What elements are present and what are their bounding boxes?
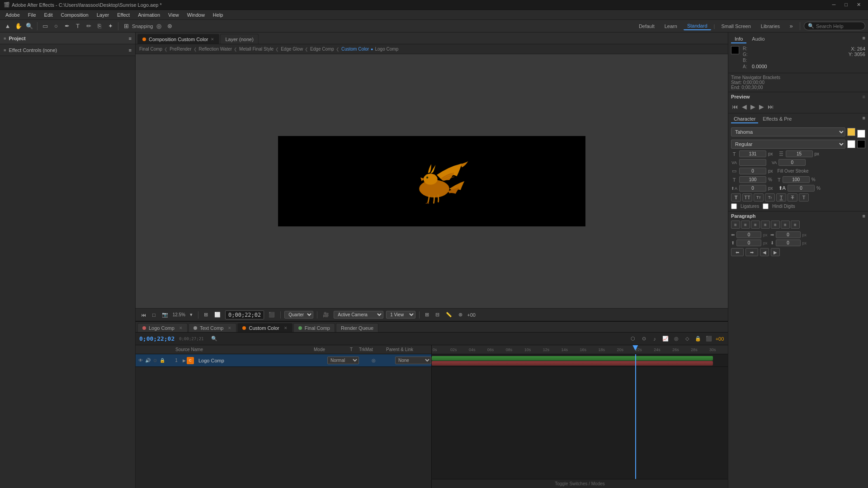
layer-mode-select[interactable]: Normal Multiply Screen Add (327, 357, 359, 364)
breadcrumb-edge-comp[interactable]: Edge Comp ❮ (310, 47, 340, 52)
menu-help[interactable]: Help (209, 11, 227, 19)
char-stroke-input[interactable] (739, 168, 766, 174)
zoom-tool[interactable]: 🔍 (24, 21, 34, 31)
workspace-libraries[interactable]: Libraries (757, 23, 783, 30)
menu-layer[interactable]: Layer (93, 11, 113, 19)
toggle-modes-bar[interactable]: Toggle Switches / Modes (432, 479, 728, 488)
vc-first-frame[interactable]: ⏮ (139, 311, 148, 319)
preview-prev-frame[interactable]: ◀ (741, 102, 748, 111)
text-tool[interactable]: T (73, 21, 83, 31)
breadcrumb-reflection[interactable]: Reflection Water ❮ (199, 47, 238, 52)
char-style-select[interactable]: Regular Bold Italic (731, 140, 845, 149)
minimize-btn[interactable]: ─ (830, 2, 838, 8)
char-tracking-input[interactable] (778, 159, 806, 166)
project-panel-menu[interactable]: ≡ (129, 36, 132, 41)
char-baseline-input[interactable] (739, 185, 766, 192)
vc-snapshot[interactable]: 📷 (160, 311, 170, 319)
char-kerning-input[interactable] (739, 159, 766, 166)
workspace-small-screen[interactable]: Small Screen (717, 23, 754, 30)
layer-trkmat-btn[interactable]: ◎ (370, 356, 377, 365)
tl-tab-custom-color[interactable]: Custom Color ✕ (237, 323, 292, 332)
tl-graph[interactable]: 📈 (661, 334, 670, 343)
char-scale-h-input[interactable] (739, 176, 766, 183)
comp-tab-custom-color[interactable]: Composition Custom Color ✕ (137, 34, 219, 44)
vc-rulers[interactable]: 📏 (444, 311, 454, 319)
para-space-before-input[interactable] (736, 239, 761, 246)
pen-tool[interactable]: ✒ (62, 21, 72, 31)
vc-3d-mode[interactable]: ⊛ (457, 311, 464, 319)
char-panel-menu[interactable]: ≡ (863, 115, 865, 123)
tl-fps[interactable]: +00 (715, 334, 724, 343)
tl-switches[interactable]: ⬛ (704, 334, 713, 343)
menu-window[interactable]: Window (184, 11, 208, 19)
vc-grid-icon[interactable]: ⊞ (202, 311, 210, 319)
project-panel-close[interactable]: ■ (4, 36, 6, 41)
workspace-learn[interactable]: Learn (661, 23, 681, 30)
para-snap-right[interactable]: ➡ (745, 248, 758, 256)
tl-tab-text-comp[interactable]: Text Comp ✕ (189, 323, 237, 332)
vc-camera-select[interactable]: Active Camera (334, 311, 383, 319)
vc-region[interactable]: ⬜ (212, 311, 222, 319)
para-left-margin-input[interactable] (736, 231, 761, 238)
tl-solo-mode[interactable]: ⊙ (639, 334, 648, 343)
tl-tab-close-logo-comp[interactable]: ✕ (179, 326, 183, 330)
breadcrumb-edge-glow[interactable]: Edge Glow ❮ (281, 47, 308, 52)
workspace-more[interactable]: » (786, 21, 796, 31)
tl-markers[interactable]: ◇ (683, 334, 692, 343)
menu-edit[interactable]: Edit (41, 11, 57, 19)
tl-motion-blur[interactable]: ◎ (672, 334, 681, 343)
breadcrumb-logo-comp[interactable]: Logo Comp (375, 47, 399, 52)
para-align-left[interactable]: ≡ (731, 221, 740, 229)
breadcrumb-prerender[interactable]: PreRender ❮ (170, 47, 197, 52)
paint-tool[interactable]: ✏ (84, 21, 94, 31)
char-fmt-subscript[interactable]: Tr (765, 193, 775, 202)
vc-grid-lines[interactable]: ⊞ (423, 311, 431, 319)
char-font-select[interactable]: Tahoma (731, 127, 845, 136)
layer-solo-btn[interactable]: ⊙ (152, 357, 158, 364)
char-stroke-swatch[interactable] (857, 130, 865, 138)
breadcrumb-metall[interactable]: Metall Final Style ❮ (239, 47, 279, 52)
tl-tab-close-custom-color[interactable]: ✕ (284, 326, 288, 330)
para-justify-right[interactable]: ≡ (781, 221, 790, 229)
close-btn[interactable]: ✕ (855, 2, 863, 8)
vc-view-select[interactable]: 1 View 2 Views (386, 311, 415, 319)
tl-current-time[interactable]: 0;00;22;02 (139, 335, 175, 342)
vc-quality-select[interactable]: Quarter Half Full (284, 311, 313, 319)
menu-animation[interactable]: Animation (134, 11, 164, 19)
info-tab-audio[interactable]: Audio (748, 35, 768, 43)
tl-lock[interactable]: 🔒 (693, 334, 703, 343)
puppet-tool[interactable]: ✦ (105, 21, 115, 31)
char-fmt-rotate[interactable]: T (799, 193, 809, 202)
para-justify-left[interactable]: ≡ (761, 221, 770, 229)
char-ligatures-check[interactable] (731, 203, 737, 209)
para-align-center[interactable]: ≡ (741, 221, 750, 229)
tl-collapse-expand[interactable]: ⬡ (628, 334, 637, 343)
para-play-left[interactable]: ◀ (760, 248, 769, 256)
char-leading-input[interactable] (786, 150, 813, 157)
char-fmt-strikethrough[interactable]: T (788, 193, 797, 202)
breadcrumb-final-comp[interactable]: Final Comp ❮ (139, 47, 168, 52)
preview-play[interactable]: ▶ (750, 102, 756, 111)
info-tab-info[interactable]: Info (731, 35, 746, 43)
tl-tab-final-comp[interactable]: Final Comp (293, 323, 335, 332)
char-tab-character[interactable]: Character (731, 115, 758, 123)
tl-mute[interactable]: ♪ (650, 334, 659, 343)
para-snap-left[interactable]: ⬅ (731, 248, 744, 256)
layer-parent-select[interactable]: None (395, 357, 431, 364)
workspace-standard[interactable]: Standard (684, 22, 711, 30)
tl-search-layers[interactable]: 🔍 (210, 334, 219, 343)
comp-tab-layer[interactable]: Layer (none) (220, 34, 258, 44)
char-fmt-small-caps[interactable]: TT (742, 193, 752, 202)
layer-eye-btn[interactable]: 👁 (137, 357, 144, 364)
para-space-after-input[interactable] (776, 239, 801, 246)
vc-zoom-dropdown[interactable]: ▾ (188, 311, 194, 319)
snapping-btn[interactable]: ⊞ (121, 21, 131, 31)
tl-tab-close-text-comp[interactable]: ✕ (228, 326, 231, 330)
rect-tool[interactable]: ▭ (40, 21, 50, 31)
para-align-right[interactable]: ≡ (751, 221, 760, 229)
3d-btn[interactable]: ⊛ (165, 21, 175, 31)
menu-file[interactable]: File (24, 11, 40, 19)
menu-adobe[interactable]: Adobe (2, 11, 24, 19)
tl-tab-logo-comp[interactable]: Logo Comp ✕ (137, 323, 188, 332)
vc-preview-mode[interactable]: □ (151, 311, 157, 319)
